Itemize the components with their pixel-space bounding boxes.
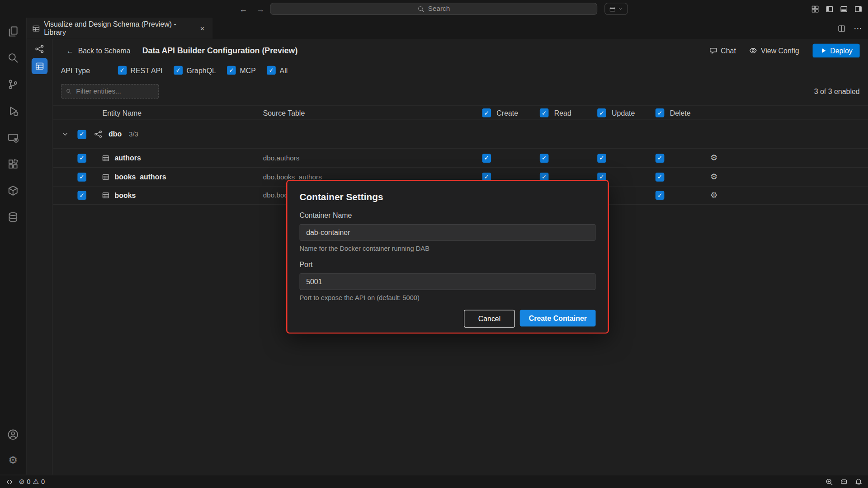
port-input[interactable] xyxy=(299,273,595,290)
remote-indicator-icon[interactable] xyxy=(5,478,13,485)
toggle-sidebar-icon[interactable] xyxy=(826,5,834,13)
mcp-checkbox[interactable] xyxy=(227,66,236,75)
table-icon xyxy=(102,168,109,186)
rest-api-checkbox[interactable] xyxy=(118,66,127,75)
read-checkbox[interactable] xyxy=(540,154,549,163)
enabled-summary: 3 of 3 enabled xyxy=(814,84,860,99)
container-name-label: Container Name xyxy=(299,211,595,220)
toggle-panel-icon[interactable] xyxy=(840,5,848,13)
graphql-label: GraphQL xyxy=(186,66,216,74)
cancel-button[interactable]: Cancel xyxy=(464,310,515,328)
session-dropdown-button[interactable] xyxy=(604,3,627,15)
api-type-filter: API Type REST API GraphQL MCP All xyxy=(61,63,288,78)
container-settings-dialog: Container Settings Container Name Name f… xyxy=(286,180,609,333)
deploy-button[interactable]: Deploy xyxy=(812,43,860,57)
session-icon xyxy=(609,5,616,13)
rest-api-option[interactable]: REST API xyxy=(118,66,163,75)
errors-count: 0 xyxy=(27,478,30,485)
extensions-icon[interactable] xyxy=(0,150,26,177)
source-table: dbo.authors xyxy=(263,149,300,167)
close-tab-icon[interactable]: × xyxy=(198,23,207,33)
back-arrow-icon: ← xyxy=(66,46,74,54)
table-row: authors dbo.authors ⚙ xyxy=(53,148,868,167)
delete-all-checkbox[interactable] xyxy=(656,108,665,117)
chat-icon xyxy=(709,46,717,54)
api-type-label: API Type xyxy=(61,66,90,74)
warnings-count: 0 xyxy=(41,478,45,485)
back-label: Back to Schema xyxy=(78,46,131,54)
table-icon xyxy=(102,149,109,167)
update-checkbox[interactable] xyxy=(597,154,606,163)
designer-toolbar xyxy=(27,39,53,475)
port-help: Port to expose the API on (default: 5000… xyxy=(299,294,595,301)
mcp-label: MCP xyxy=(240,66,256,74)
notifications-bell-icon[interactable] xyxy=(855,478,863,485)
nav-forward-icon[interactable]: → xyxy=(256,4,264,14)
all-option[interactable]: All xyxy=(267,66,288,75)
row-settings-gear-icon[interactable]: ⚙ xyxy=(710,149,717,167)
port-label: Port xyxy=(299,261,595,269)
chat-button[interactable]: Chat xyxy=(709,46,736,54)
connections-icon[interactable] xyxy=(0,204,26,230)
search-label: Search xyxy=(428,5,450,13)
toggle-secondary-sidebar-icon[interactable] xyxy=(854,5,862,13)
graphql-checkbox[interactable] xyxy=(174,66,183,75)
table-icon xyxy=(102,187,109,204)
remote-explorer-icon[interactable] xyxy=(0,124,26,150)
command-search[interactable]: Search xyxy=(270,3,598,15)
account-icon[interactable] xyxy=(0,422,26,447)
container-name-input[interactable] xyxy=(299,224,595,241)
mcp-option[interactable]: MCP xyxy=(227,66,256,75)
schema-designer-icon[interactable] xyxy=(27,41,53,56)
delete-checkbox[interactable] xyxy=(656,154,665,163)
delete-checkbox[interactable] xyxy=(656,191,665,200)
row-checkbox[interactable] xyxy=(77,191,86,200)
read-all-checkbox[interactable] xyxy=(540,108,549,117)
eye-icon xyxy=(749,46,757,54)
database-projects-icon[interactable] xyxy=(0,177,26,204)
chat-label: Chat xyxy=(721,46,736,54)
back-to-schema-link[interactable]: ← Back to Schema xyxy=(66,42,131,59)
all-checkbox[interactable] xyxy=(267,66,276,75)
entity-name: books xyxy=(114,187,136,204)
delete-checkbox[interactable] xyxy=(656,172,665,181)
graphql-option[interactable]: GraphQL xyxy=(174,66,216,75)
filter-entities-input[interactable] xyxy=(75,87,154,96)
explorer-icon[interactable] xyxy=(0,18,26,44)
dab-config-icon[interactable] xyxy=(32,58,48,75)
view-config-label: View Config xyxy=(761,46,799,54)
col-delete: Delete xyxy=(670,106,691,120)
row-settings-gear-icon[interactable]: ⚙ xyxy=(710,168,717,186)
zoom-indicator-icon[interactable] xyxy=(826,478,833,485)
row-checkbox[interactable] xyxy=(77,172,86,181)
dialog-title: Container Settings xyxy=(299,192,595,203)
create-checkbox[interactable] xyxy=(482,154,491,163)
col-read: Read xyxy=(554,106,571,120)
expand-chevron-icon[interactable] xyxy=(61,120,69,148)
create-container-button[interactable]: Create Container xyxy=(520,310,595,327)
run-debug-icon[interactable] xyxy=(0,98,26,124)
tab-visualize-schema[interactable]: Visualize and Design Schema (Preview) - … xyxy=(27,18,212,39)
group-name: dbo xyxy=(108,120,122,148)
tab-bar: Visualize and Design Schema (Preview) - … xyxy=(27,18,868,39)
editor-more-actions-icon[interactable]: ⋯ xyxy=(854,23,863,33)
chevron-down-icon xyxy=(618,6,623,11)
source-control-icon[interactable] xyxy=(0,71,26,98)
row-checkbox[interactable] xyxy=(77,154,86,163)
errors-icon: ⊘ xyxy=(19,478,25,486)
table-header: Entity Name Source Table Create Read Upd… xyxy=(53,105,868,120)
create-all-checkbox[interactable] xyxy=(482,108,491,117)
split-editor-icon[interactable] xyxy=(838,24,846,32)
group-checkbox[interactable] xyxy=(77,130,86,139)
update-all-checkbox[interactable] xyxy=(597,108,606,117)
copilot-status-icon[interactable] xyxy=(840,478,848,486)
view-config-button[interactable]: View Config xyxy=(749,46,799,54)
filter-entities-field[interactable] xyxy=(61,84,159,99)
nav-back-icon[interactable]: ← xyxy=(239,4,247,14)
row-settings-gear-icon[interactable]: ⚙ xyxy=(710,187,717,204)
settings-gear-icon[interactable]: ⚙ xyxy=(0,447,26,472)
layout-grid-icon[interactable] xyxy=(811,5,819,13)
problems-indicator[interactable]: ⊘ 0 ⚠ 0 xyxy=(19,478,45,486)
search-icon[interactable] xyxy=(0,44,26,71)
group-count: 3/3 xyxy=(129,120,138,148)
